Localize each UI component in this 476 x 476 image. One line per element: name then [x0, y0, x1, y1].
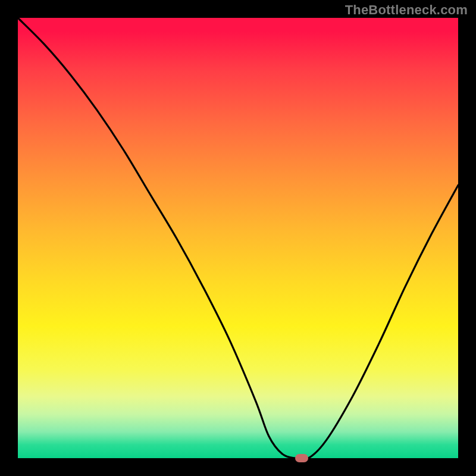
plot-area: [18, 18, 458, 458]
chart-frame: TheBottleneck.com: [0, 0, 476, 476]
curve-svg: [18, 18, 458, 458]
optimal-point-marker: [295, 454, 308, 462]
bottleneck-curve-path: [18, 18, 458, 459]
watermark-text: TheBottleneck.com: [345, 2, 468, 18]
